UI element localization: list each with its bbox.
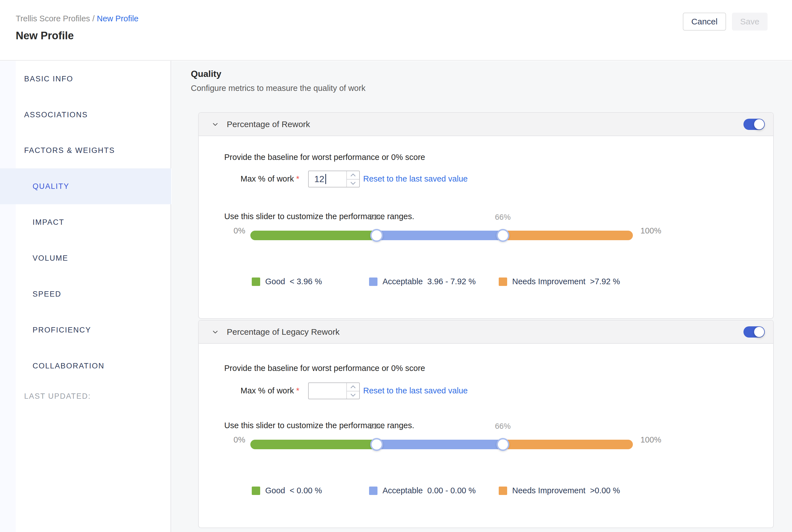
slider-min-label: 0% [232, 434, 245, 445]
slider-segment-needs-improvement [503, 231, 633, 240]
spinner-down-icon[interactable] [347, 391, 359, 399]
baseline-instruction: Provide the baseline for worst performan… [224, 152, 425, 163]
sidebar-item-collaboration[interactable]: COLLABORATION [0, 348, 171, 384]
max-percent-label: Max % of work* [241, 385, 299, 396]
page-title: New Profile [16, 30, 74, 42]
enable-metric-toggle[interactable] [743, 119, 765, 130]
page-header: Trellis Score Profiles / New Profile New… [0, 0, 792, 61]
slider-handle-high-label: 66% [486, 422, 520, 431]
reset-link[interactable]: Reset to the last saved value [363, 385, 468, 396]
good-swatch [252, 278, 260, 286]
max-percent-input[interactable] [308, 382, 360, 399]
section-title: Quality [191, 69, 221, 79]
slider-min-label: 0% [232, 225, 245, 236]
slider-track[interactable] [250, 440, 633, 449]
slider-handle-low-label: 33% [360, 422, 394, 431]
legend-good: Good< 3.96 % [252, 277, 322, 286]
performance-range-slider: 33% 66% [250, 422, 633, 455]
slider-handle-high[interactable] [496, 438, 509, 451]
chevron-down-icon[interactable] [211, 120, 220, 129]
metric-card-percentage-of-legacy-rework: Percentage of Legacy Rework Provide the … [198, 320, 774, 528]
number-spinner [346, 171, 359, 187]
slider-handle-low[interactable] [370, 229, 383, 242]
text-caret [325, 174, 326, 184]
section-subtitle: Configure metrics to measure the quality… [191, 83, 365, 93]
acceptable-swatch [369, 487, 377, 495]
slider-segment-good [250, 231, 377, 240]
trellis-profile-page: Trellis Score Profiles / New Profile New… [0, 0, 792, 532]
slider-handle-high-label: 66% [486, 213, 520, 222]
slider-max-label: 100% [640, 434, 661, 445]
metric-card-percentage-of-rework: Percentage of Rework Provide the baselin… [198, 112, 774, 319]
sidebar: BASIC INFO ASSOCIATIONS FACTORS & WEIGHT… [0, 61, 171, 532]
breadcrumb-root[interactable]: Trellis Score Profiles [16, 14, 90, 23]
slider-track[interactable] [250, 231, 633, 240]
legend-good: Good< 0.00 % [252, 486, 322, 495]
toggle-knob [754, 327, 764, 337]
slider-handle-low[interactable] [370, 438, 383, 451]
max-percent-input[interactable]: 12 [308, 171, 360, 187]
breadcrumb-separator: / [90, 14, 97, 23]
breadcrumb-current[interactable]: New Profile [97, 14, 138, 23]
toggle-knob [754, 119, 764, 129]
breadcrumb: Trellis Score Profiles / New Profile [16, 14, 138, 23]
card-header[interactable]: Percentage of Legacy Rework [199, 320, 773, 344]
needs-improvement-swatch [499, 278, 507, 286]
spinner-up-icon[interactable] [347, 171, 359, 179]
slider-handle-high[interactable] [496, 229, 509, 242]
cancel-button[interactable]: Cancel [683, 13, 726, 31]
sidebar-item-volume[interactable]: VOLUME [0, 240, 171, 276]
legend-needs-improvement: Needs Improvement>0.00 % [499, 486, 620, 495]
last-updated-label: LAST UPDATED: [24, 392, 91, 401]
required-asterisk: * [296, 174, 299, 183]
chevron-down-icon[interactable] [211, 328, 220, 336]
good-swatch [252, 487, 260, 495]
slider-segment-needs-improvement [503, 440, 633, 449]
card-title: Percentage of Rework [227, 119, 310, 129]
required-asterisk: * [296, 386, 299, 395]
spinner-down-icon[interactable] [347, 179, 359, 187]
slider-max-label: 100% [640, 225, 661, 236]
slider-segment-acceptable [377, 440, 503, 449]
enable-metric-toggle[interactable] [743, 326, 765, 338]
max-percent-value: 12 [314, 174, 326, 184]
slider-handle-low-label: 33% [360, 213, 394, 222]
slider-segment-good [250, 440, 377, 449]
sidebar-item-associations[interactable]: ASSOCIATIONS [0, 97, 171, 133]
sidebar-item-factors-weights[interactable]: FACTORS & WEIGHTS [0, 132, 171, 168]
legend-acceptable: Acceptable0.00 - 0.00 % [369, 486, 476, 495]
slider-segment-acceptable [377, 231, 503, 240]
number-spinner [346, 383, 359, 399]
sidebar-item-proficiency[interactable]: PROFICIENCY [0, 312, 171, 348]
save-button[interactable]: Save [732, 13, 768, 31]
card-title: Percentage of Legacy Rework [227, 327, 340, 337]
max-percent-label: Max % of work* [241, 173, 299, 184]
needs-improvement-swatch [499, 487, 507, 495]
acceptable-swatch [369, 278, 377, 286]
sidebar-item-quality[interactable]: QUALITY [0, 168, 171, 204]
spinner-up-icon[interactable] [347, 383, 359, 391]
performance-range-slider: 33% 66% [250, 213, 633, 246]
legend-needs-improvement: Needs Improvement>7.92 % [499, 277, 620, 286]
legend-acceptable: Acceptable3.96 - 7.92 % [369, 277, 476, 286]
main-pane: Quality Configure metrics to measure the… [172, 61, 792, 532]
baseline-instruction: Provide the baseline for worst performan… [224, 362, 425, 374]
sidebar-item-basic-info[interactable]: BASIC INFO [0, 61, 171, 97]
sidebar-item-speed[interactable]: SPEED [0, 276, 171, 312]
reset-link[interactable]: Reset to the last saved value [363, 173, 468, 184]
sidebar-item-impact[interactable]: IMPACT [0, 204, 171, 240]
card-header[interactable]: Percentage of Rework [199, 113, 773, 136]
